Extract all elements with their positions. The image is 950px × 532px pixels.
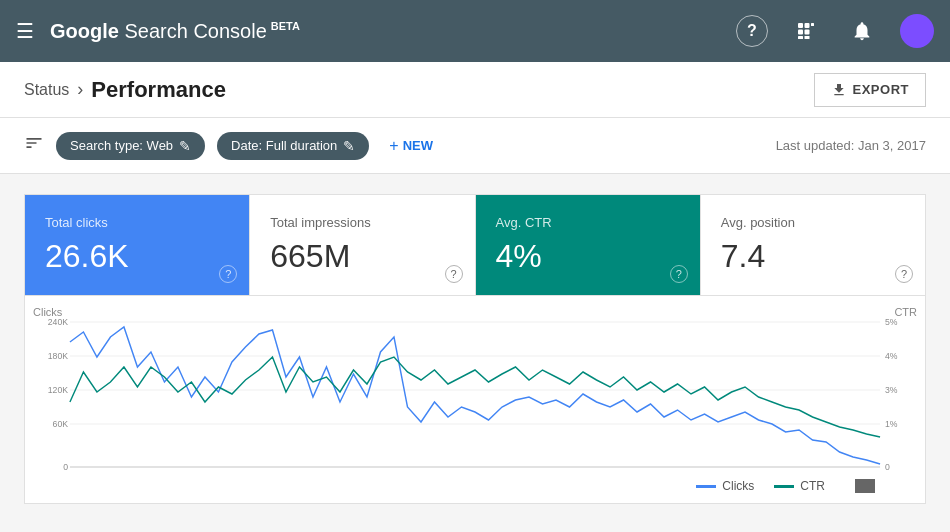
svg-text:60K: 60K [53, 419, 69, 429]
search-type-label: Search type: Web [70, 138, 173, 153]
breadcrumb-current: Performance [91, 77, 226, 103]
metric-help-position[interactable]: ? [895, 265, 913, 283]
svg-rect-0 [798, 23, 803, 28]
search-type-chip[interactable]: Search type: Web ✎ [56, 132, 205, 160]
legend-clicks: Clicks [696, 479, 754, 493]
legend-ctr-label: CTR [800, 479, 825, 493]
date-label: Date: Full duration [231, 138, 337, 153]
clicks-line [70, 327, 880, 464]
notifications-icon[interactable] [844, 13, 880, 49]
menu-icon[interactable]: ☰ [16, 19, 34, 43]
edit-date-icon: ✎ [343, 138, 355, 154]
breadcrumb-status[interactable]: Status [24, 81, 69, 99]
date-chip[interactable]: Date: Full duration ✎ [217, 132, 369, 160]
last-updated-text: Last updated: Jan 3, 2017 [776, 138, 926, 153]
metric-label-ctr: Avg. CTR [496, 215, 680, 230]
brand-search-console: Search Console [124, 20, 266, 42]
legend-ctr-color [774, 485, 794, 488]
chart-legend: Clicks CTR [696, 479, 875, 493]
metric-value-impressions: 665M [270, 238, 454, 275]
y-axis-left-label: Clicks [33, 306, 62, 318]
beta-badge: BETA [271, 20, 300, 32]
header-right: ? [736, 13, 934, 49]
new-label: NEW [403, 138, 433, 153]
metric-label-clicks: Total clicks [45, 215, 229, 230]
svg-text:240K: 240K [48, 317, 68, 327]
svg-rect-2 [811, 23, 814, 26]
metric-help-clicks[interactable]: ? [219, 265, 237, 283]
export-label: EXPORT [853, 82, 909, 97]
metric-value-clicks: 26.6K [45, 238, 229, 275]
svg-rect-6 [805, 36, 810, 39]
avatar[interactable] [900, 14, 934, 48]
svg-rect-3 [798, 30, 803, 35]
metric-help-ctr[interactable]: ? [670, 265, 688, 283]
metric-help-impressions[interactable]: ? [445, 265, 463, 283]
metric-label-position: Avg. position [721, 215, 905, 230]
brand-logo: Google Search ConsoleBETA [50, 20, 300, 43]
filter-bar: Search type: Web ✎ Date: Full duration ✎… [0, 118, 950, 174]
metric-card-clicks[interactable]: Total clicks 26.6K ? [25, 195, 250, 295]
metrics-container: Total clicks 26.6K ? Total impressions 6… [24, 194, 926, 296]
brand-google: Google [50, 20, 124, 42]
export-button[interactable]: EXPORT [814, 73, 926, 107]
legend-clicks-label: Clicks [722, 479, 754, 493]
svg-text:1%: 1% [885, 419, 898, 429]
edit-search-type-icon: ✎ [179, 138, 191, 154]
svg-rect-1 [805, 23, 810, 28]
legend-ctr: CTR [774, 479, 825, 493]
breadcrumb-bar: Status › Performance EXPORT [0, 62, 950, 118]
legend-clicks-color [696, 485, 716, 488]
plus-icon: + [389, 137, 398, 155]
metric-label-impressions: Total impressions [270, 215, 454, 230]
svg-text:0: 0 [885, 462, 890, 472]
metric-value-position: 7.4 [721, 238, 905, 275]
app-header: ☰ Google Search ConsoleBETA ? [0, 0, 950, 62]
chart-svg: 240K 180K 120K 60K 0 5% 4% 3% 1% 0 [41, 312, 909, 492]
help-icon[interactable]: ? [736, 15, 768, 47]
svg-text:4%: 4% [885, 351, 898, 361]
y-axis-right-label: CTR [894, 306, 917, 318]
svg-rect-5 [798, 36, 803, 39]
svg-rect-4 [805, 30, 810, 35]
svg-text:0: 0 [63, 462, 68, 472]
filter-left: Search type: Web ✎ Date: Full duration ✎… [24, 131, 441, 161]
scroll-thumb[interactable] [855, 479, 875, 493]
brand-name: Google Search ConsoleBETA [50, 20, 300, 43]
download-icon [831, 82, 847, 98]
metric-card-position[interactable]: Avg. position 7.4 ? [701, 195, 925, 295]
apps-icon[interactable] [788, 13, 824, 49]
svg-text:120K: 120K [48, 385, 68, 395]
svg-text:180K: 180K [48, 351, 68, 361]
main-content: Total clicks 26.6K ? Total impressions 6… [0, 174, 950, 524]
metric-value-ctr: 4% [496, 238, 680, 275]
chart-container: Clicks CTR 240K 180K 120K 60K 0 5% 4% 3%… [24, 296, 926, 504]
metric-card-impressions[interactable]: Total impressions 665M ? [250, 195, 475, 295]
metric-card-ctr[interactable]: Avg. CTR 4% ? [476, 195, 701, 295]
svg-text:5%: 5% [885, 317, 898, 327]
breadcrumb-separator: › [77, 79, 83, 100]
new-filter-button[interactable]: + NEW [381, 131, 441, 161]
breadcrumb: Status › Performance [24, 77, 226, 103]
header-left: ☰ Google Search ConsoleBETA [16, 19, 300, 43]
svg-text:3%: 3% [885, 385, 898, 395]
filter-icon[interactable] [24, 133, 44, 158]
